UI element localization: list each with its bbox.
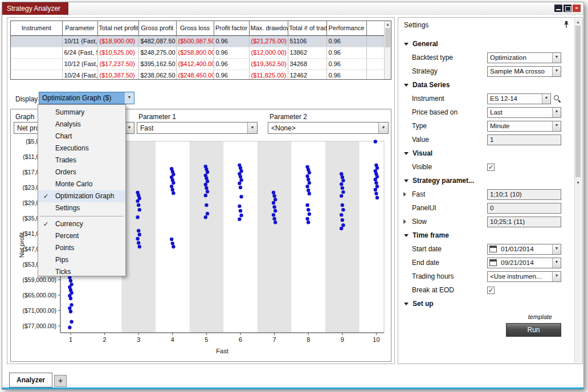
table-row[interactable]: 10/24 (Fast, Slow) ($10,387.50) $238,062… (11, 70, 384, 80)
row-visible: Visible (398, 160, 575, 174)
tab-analyzer[interactable]: Analyzer (9, 373, 52, 387)
col-header-gross-profit[interactable]: Gross profit (138, 21, 176, 35)
results-table: Instrument Parameter Total net profit Gr… (11, 21, 385, 80)
break-at-eod-checkbox[interactable] (487, 287, 495, 294)
window-title: Strategy Analyzer (2, 2, 68, 15)
chevron-right-icon[interactable] (403, 219, 406, 224)
scroll-up-icon[interactable] (575, 19, 581, 25)
menu-item-executions[interactable]: Executions (38, 142, 125, 154)
chevron-down-icon[interactable] (552, 121, 561, 131)
chevron-down-icon[interactable] (124, 92, 134, 104)
col-header-total-net-profit[interactable]: Total net profit (97, 21, 138, 35)
end-date-picker[interactable]: 09/21/2014 (487, 258, 561, 268)
field-label: Backtest type (412, 54, 487, 62)
row-type: Type Minute (398, 119, 575, 133)
close-button[interactable] (573, 5, 581, 12)
template-link[interactable]: template (398, 311, 575, 323)
row-fast: Fast 1;10;1 (10) (398, 187, 575, 201)
menu-item-analysis[interactable]: Analysis (38, 119, 125, 130)
chevron-down-icon[interactable] (552, 108, 561, 117)
section-visual[interactable]: Visual (398, 146, 575, 160)
trading-hours-select[interactable]: <Use instrumen... (487, 271, 561, 282)
title-bar[interactable]: Strategy Analyzer (2, 2, 583, 15)
col-header-parameter[interactable]: Parameter (62, 21, 97, 35)
row-price-based-on: Price based on Last (398, 105, 575, 119)
strategy-select[interactable]: Sample MA crosso (487, 66, 561, 77)
display-label: Display (15, 95, 38, 103)
col-header-gross-loss[interactable]: Gross loss (176, 21, 214, 35)
type-select[interactable]: Minute (487, 121, 561, 132)
display-select[interactable]: Optimization Graph ($) (39, 92, 134, 104)
parameter1-select[interactable]: Fast (137, 122, 258, 134)
visible-checkbox[interactable] (487, 164, 495, 171)
menu-item-ticks[interactable]: Ticks (38, 266, 125, 278)
table-row[interactable]: 10/11 (Fast, Slow) ($18,900.00) $482,087… (11, 35, 384, 47)
cell-profit-factor: 0.96 (214, 70, 249, 80)
scrollbar-thumb[interactable] (385, 28, 390, 47)
scrollbar-thumb[interactable] (575, 26, 581, 177)
start-date-picker[interactable]: 01/01/2014 (487, 244, 561, 255)
section-label: Time frame (413, 231, 449, 239)
menu-item-summary[interactable]: Summary (38, 107, 125, 119)
field-label: Slow (412, 218, 487, 226)
backtest-type-select[interactable]: Optimization (487, 52, 561, 63)
price-based-on-select[interactable]: Last (487, 107, 561, 118)
cell-gross-loss: ($500,987.50) (176, 35, 214, 47)
menu-item-percent[interactable]: Percent (38, 230, 125, 242)
table-row[interactable]: 10/12 (Fast, Slow) ($17,237.50) $395,162… (11, 58, 384, 70)
fast-range-field[interactable]: 1;10;1 (10) (487, 189, 561, 200)
section-label: Strategy paramet... (413, 177, 474, 185)
add-tab-button[interactable]: + (54, 375, 67, 387)
parameter2-select[interactable]: <None> (268, 122, 389, 134)
menu-item-settings[interactable]: Settings (38, 202, 125, 214)
menu-item-optimization-graph[interactable]: Optimization Graph (38, 190, 125, 202)
panelui-field[interactable]: 0 (487, 203, 561, 214)
calendar-icon (489, 259, 497, 266)
search-icon[interactable] (553, 94, 561, 103)
instrument-select[interactable]: ES 12-14 (487, 93, 551, 104)
table-row[interactable]: 6/24 (Fast, Slow) ($10,525.00) $248,275.… (11, 47, 384, 58)
run-button[interactable]: Run (506, 323, 561, 337)
chevron-down-icon[interactable] (552, 258, 561, 268)
menu-item-points[interactable]: Points (38, 242, 125, 254)
section-data-series[interactable]: Data Series (398, 78, 575, 92)
cell-total-trades: 34268 (288, 58, 326, 70)
minimize-button[interactable] (554, 5, 562, 12)
chevron-down-icon[interactable] (552, 53, 561, 63)
chevron-down-icon[interactable] (552, 272, 561, 281)
col-header-profit-factor[interactable]: Profit factor (214, 21, 249, 35)
menu-item-currency[interactable]: Currency (38, 218, 125, 230)
col-header-instrument[interactable]: Instrument (11, 21, 62, 35)
chevron-down-icon[interactable] (552, 244, 561, 254)
scroll-down-icon[interactable] (575, 179, 581, 186)
section-strategy-parameters[interactable]: Strategy paramet... (398, 174, 575, 187)
slow-range-field[interactable]: 10;25;1 (11) (487, 217, 561, 227)
cell-filler (366, 35, 384, 47)
menu-item-chart[interactable]: Chart (38, 130, 125, 142)
chevron-right-icon[interactable] (403, 192, 406, 197)
col-header-total-trades[interactable]: Total # of trades (288, 21, 326, 35)
col-header-max-drawdown[interactable]: Max. drawdown (249, 21, 288, 35)
pin-icon[interactable] (563, 21, 570, 28)
table-scrollbar[interactable] (384, 21, 391, 79)
value-field[interactable]: 1 (487, 134, 561, 145)
check-icon (43, 190, 48, 202)
section-set-up[interactable]: Set up (398, 297, 575, 311)
col-header-performance[interactable]: Performance (326, 21, 366, 35)
menu-item-orders[interactable]: Orders (38, 166, 125, 178)
menu-item-trades[interactable]: Trades (38, 154, 125, 166)
chevron-down-icon[interactable] (378, 122, 388, 133)
scroll-up-icon[interactable] (385, 21, 391, 27)
menu-item-monte-carlo[interactable]: Monte Carlo (38, 178, 125, 190)
cell-max-drawdown: ($21,275.00) (249, 35, 288, 47)
section-time-frame[interactable]: Time frame (398, 228, 575, 242)
menu-item-pips[interactable]: Pips (38, 254, 125, 266)
menu-item-label: Trades (55, 156, 76, 164)
section-general[interactable]: General (398, 37, 575, 51)
chevron-down-icon[interactable] (552, 67, 561, 76)
maximize-button[interactable] (564, 5, 571, 12)
table-header-row: Instrument Parameter Total net profit Gr… (11, 21, 384, 35)
chevron-down-icon[interactable] (247, 122, 257, 133)
chevron-down-icon[interactable] (542, 94, 550, 104)
settings-scrollbar[interactable] (574, 18, 582, 363)
